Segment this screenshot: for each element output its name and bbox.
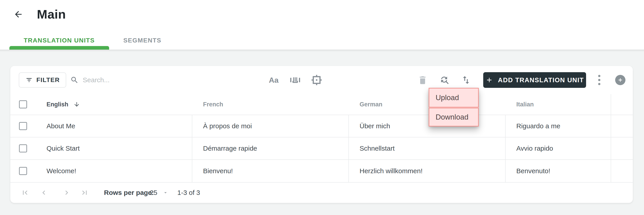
active-tab-indicator [10,46,109,50]
sort-arrow-down-icon [73,101,80,108]
table-header-row: English French German Italian [10,94,633,115]
match-case-label: Aa [269,76,278,84]
match-case-icon[interactable]: Aa [267,73,280,87]
actions-column-header [611,94,632,115]
column-header-german[interactable]: German [349,94,506,115]
translation-units-card: FILTER Aa [10,66,633,203]
column-header-label: German [360,101,382,108]
plus-icon [618,77,623,83]
cell-italian[interactable]: Benvenuto! [506,160,611,182]
table-footer: Rows per page: 25 1-3 of 3 [10,182,633,202]
select-all-checkbox[interactable] [19,100,27,108]
cell-italian[interactable]: Riguardo a me [506,115,611,137]
rows-per-page-select[interactable]: 25 [150,189,168,196]
cell-actions [611,160,632,182]
cell-french[interactable]: À propos de moi [192,115,349,137]
cell-german[interactable]: Herzlich willkommen! [349,160,506,182]
row-checkbox[interactable] [19,144,27,152]
cell-english[interactable]: Welcome! [36,160,192,182]
column-header-italian[interactable]: Italian [506,94,611,115]
import-export-icon[interactable] [459,73,473,87]
rows-per-page-value: 25 [150,189,157,196]
filter-button-label: FILTER [36,76,60,84]
column-header-french[interactable]: French [192,94,349,115]
cell-french[interactable]: Démarrage rapide [192,138,349,159]
search-input[interactable] [83,76,257,84]
trash-glyph [418,75,428,85]
row-checkbox[interactable] [19,122,27,130]
cell-actions [611,138,632,159]
tab-label: TRANSLATION UNITS [24,37,95,44]
plus-icon [486,76,493,84]
arrow-back-icon [14,10,23,19]
content-area: FILTER Aa [0,50,644,215]
table-row[interactable]: About Me À propos de moi Über mich Rigua… [10,115,633,138]
page-title: Main [37,8,66,21]
first-page-icon [21,188,29,197]
column-header-label: Italian [516,101,534,108]
cell-english[interactable]: About Me [36,115,192,137]
row-checkbox-cell [10,167,36,175]
import-export-glyph [461,75,471,85]
last-page-button[interactable] [78,186,91,199]
more-vert-icon[interactable] [592,73,606,87]
select-all-cell [10,100,36,108]
translation-units-table: English French German Italian [10,94,633,182]
menu-item-download[interactable]: Download [429,108,479,126]
menu-item-label: Download [436,113,468,121]
cell-german[interactable]: Über mich [349,115,506,137]
add-button-label: ADD TRANSLATION UNIT [498,76,584,84]
cell-italian[interactable]: Avvio rapido [506,138,611,159]
row-checkbox[interactable] [19,167,27,175]
tab-label: SEGMENTS [124,37,162,44]
table-body: About Me À propos de moi Über mich Rigua… [10,115,633,182]
row-checkbox-cell [10,122,36,130]
add-circle-button[interactable] [615,75,626,85]
menu-item-upload[interactable]: Upload [429,88,479,108]
tab-bar: TRANSLATION UNITS SEGMENTS [10,31,176,50]
last-page-icon [80,188,89,197]
add-translation-unit-button[interactable]: ADD TRANSLATION UNIT [483,72,586,88]
find-replace-glyph [440,75,450,85]
arrow-drop-down-icon [162,190,168,196]
search-box [70,72,272,88]
column-header-label: French [203,101,223,108]
barcode-icon[interactable] [288,73,302,87]
import-export-menu: Upload Download [429,88,479,126]
filter-icon [25,76,33,84]
filter-button[interactable]: FILTER [19,72,66,88]
row-checkbox-cell [10,144,36,152]
card-toolbar: FILTER Aa [10,66,633,94]
chevron-left-icon [40,188,48,197]
column-header-label: English [46,101,68,108]
table-row[interactable]: Welcome! Bienvenu! Herzlich willkommen! … [10,160,633,182]
delete-icon[interactable] [416,73,429,87]
find-replace-icon[interactable] [438,73,451,87]
rows-per-page-label: Rows per page: [104,189,154,196]
cell-actions [611,115,632,137]
cell-english[interactable]: Quick Start [36,138,192,159]
tab-translation-units[interactable]: TRANSLATION UNITS [10,31,109,50]
more-vert-glyph [598,74,601,86]
barcode-glyph [289,75,301,85]
app-bar: Main TRANSLATION UNITS SEGMENTS [0,0,644,50]
first-page-button[interactable] [18,186,32,199]
table-row[interactable]: Quick Start Démarrage rapide Schnellstar… [10,138,633,160]
previous-page-button[interactable] [37,186,50,199]
pagination-range-label: 1-3 of 3 [177,189,200,196]
chevron-right-icon [62,188,71,197]
menu-item-label: Upload [436,94,459,102]
next-page-button[interactable] [60,186,73,199]
column-header-english[interactable]: English [36,94,192,115]
search-icon [70,76,79,84]
cell-french[interactable]: Bienvenu! [192,160,349,182]
back-button[interactable] [12,8,25,21]
tab-segments[interactable]: SEGMENTS [109,31,176,50]
frame-select-icon[interactable] [310,73,323,87]
cell-german[interactable]: Schnellstart [349,138,506,159]
frame-select-glyph [311,74,322,86]
